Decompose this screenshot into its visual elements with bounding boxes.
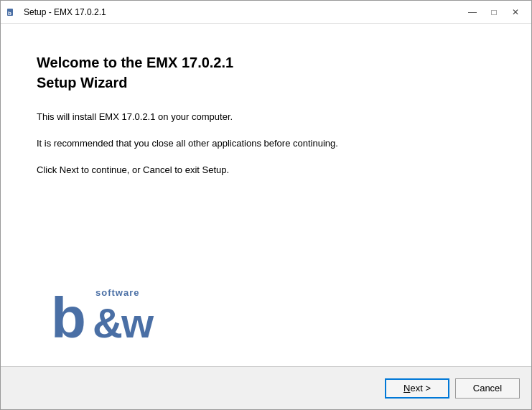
cancel-label: Cancel (473, 383, 502, 393)
content-area: Welcome to the EMX 17.0.2.1Setup Wizard … (1, 24, 531, 366)
footer: Next > Cancel (1, 366, 531, 409)
app-icon: b (6, 6, 18, 18)
logo-area: b software &w (37, 266, 495, 352)
svg-text:software: software (95, 287, 139, 298)
bw-logo: b software &w (51, 280, 495, 345)
maximize-button[interactable]: □ (484, 4, 504, 20)
cancel-button[interactable]: Cancel (455, 378, 520, 399)
paragraph-3: Click Next to continue, or Cancel to exi… (37, 163, 495, 178)
welcome-title: Welcome to the EMX 17.0.2.1Setup Wizard (37, 52, 495, 93)
paragraph-1: This will install EMX 17.0.2.1 on your c… (37, 110, 495, 125)
minimize-button[interactable]: — (462, 4, 482, 20)
paragraph-2: It is recommended that you close all oth… (37, 136, 495, 152)
window-controls: — □ ✕ (462, 4, 526, 20)
next-button[interactable]: Next > (385, 378, 449, 399)
main-content: Welcome to the EMX 17.0.2.1Setup Wizard … (1, 24, 531, 366)
svg-text:b: b (51, 286, 85, 345)
title-bar: b Setup - EMX 17.0.2.1 — □ ✕ (1, 1, 531, 24)
welcome-body: This will install EMX 17.0.2.1 on your c… (37, 110, 495, 189)
setup-window: b Setup - EMX 17.0.2.1 — □ ✕ Welcome to … (0, 0, 532, 410)
svg-text:&w: &w (93, 299, 154, 345)
close-button[interactable]: ✕ (505, 4, 526, 20)
window-title: Setup - EMX 17.0.2.1 (24, 7, 462, 17)
svg-text:b: b (8, 10, 11, 17)
next-label: Next > (403, 383, 431, 393)
